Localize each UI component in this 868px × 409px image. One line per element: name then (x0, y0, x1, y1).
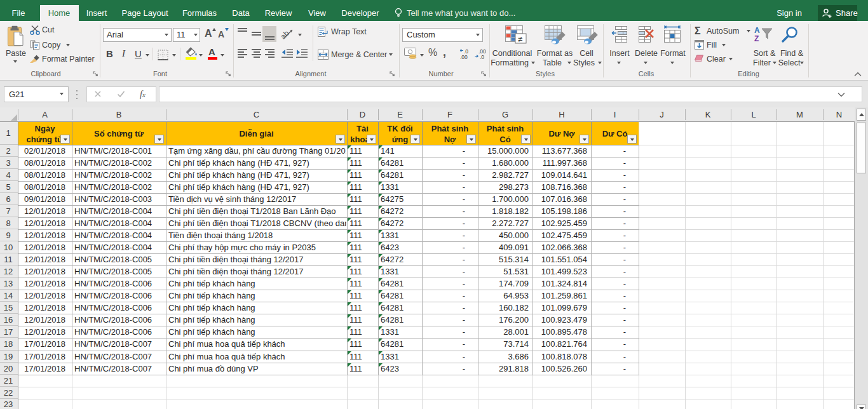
svg-text:Z: Z (754, 34, 759, 43)
svg-text:A: A (754, 26, 760, 35)
svg-text:.00: .00 (460, 54, 468, 60)
svg-text:≠: ≠ (518, 34, 522, 44)
svg-text:ab: ab (281, 29, 291, 40)
svg-text:.0: .0 (480, 54, 484, 60)
